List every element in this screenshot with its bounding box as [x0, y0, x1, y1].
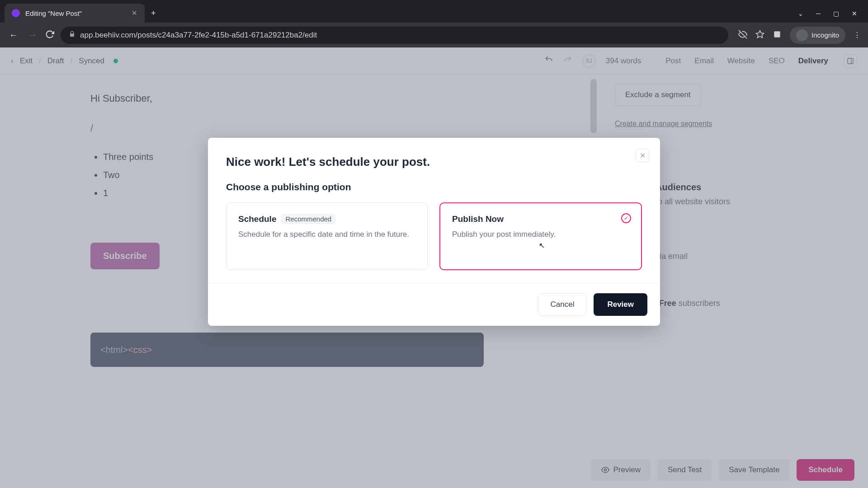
address-bar[interactable]: app.beehiiv.com/posts/c24a3a77-2fe2-415b…: [61, 27, 728, 44]
url-text: app.beehiiv.com/posts/c24a3a77-2fe2-415b…: [80, 31, 317, 40]
back-button[interactable]: ←: [7, 30, 20, 40]
modal-subtitle: Choose a publishing option: [226, 182, 642, 192]
recommended-badge: Recommended: [281, 214, 336, 224]
modal-title: Nice work! Let's schedule your post.: [226, 155, 642, 169]
tabs-dropdown-icon[interactable]: ⌄: [798, 10, 803, 17]
option-desc: Schedule for a specific date and time in…: [238, 229, 415, 240]
close-tab-icon[interactable]: ✕: [132, 9, 137, 17]
check-circle-icon: ✓: [621, 213, 631, 223]
incognito-icon: [796, 29, 808, 41]
maximize-button[interactable]: ▢: [833, 10, 839, 17]
incognito-badge[interactable]: Incognito: [790, 27, 845, 44]
review-button[interactable]: Review: [594, 293, 647, 316]
option-desc: Publish your post immediately.: [452, 229, 629, 240]
extensions-icon[interactable]: [773, 30, 782, 41]
bookmark-star-icon[interactable]: [755, 30, 764, 41]
svg-rect-1: [774, 31, 780, 37]
option-title: Publish Now: [452, 214, 504, 224]
option-publish-now[interactable]: ✓ Publish Now Publish your post immediat…: [439, 202, 642, 270]
window-controls: ⌄ ─ ▢ ✕: [798, 10, 868, 23]
lock-icon: [69, 31, 75, 40]
close-window-button[interactable]: ✕: [852, 10, 857, 17]
tab-title: Editing "New Post": [25, 9, 82, 17]
svg-marker-0: [756, 30, 764, 38]
browser-toolbar: ← → app.beehiiv.com/posts/c24a3a77-2fe2-…: [0, 23, 868, 47]
option-title: Schedule: [238, 214, 276, 224]
new-tab-button[interactable]: +: [145, 4, 162, 23]
eye-off-icon[interactable]: [738, 30, 747, 41]
option-schedule[interactable]: Schedule Recommended Schedule for a spec…: [226, 202, 428, 270]
schedule-modal: ✕ Nice work! Let's schedule your post. C…: [208, 138, 660, 326]
site-favicon: [12, 9, 20, 17]
browser-menu-icon[interactable]: ⋮: [854, 31, 861, 39]
browser-tab[interactable]: Editing "New Post" ✕: [5, 4, 145, 23]
forward-button[interactable]: →: [26, 30, 39, 40]
close-modal-button[interactable]: ✕: [636, 149, 649, 162]
cursor-icon: ↖: [539, 241, 545, 250]
minimize-button[interactable]: ─: [816, 10, 821, 17]
browser-tab-strip: Editing "New Post" ✕ + ⌄ ─ ▢ ✕: [0, 0, 868, 23]
cancel-button[interactable]: Cancel: [538, 293, 586, 316]
reload-button[interactable]: [45, 30, 54, 41]
modal-overlay[interactable]: ✕ Nice work! Let's schedule your post. C…: [0, 47, 868, 488]
incognito-label: Incognito: [811, 31, 839, 39]
